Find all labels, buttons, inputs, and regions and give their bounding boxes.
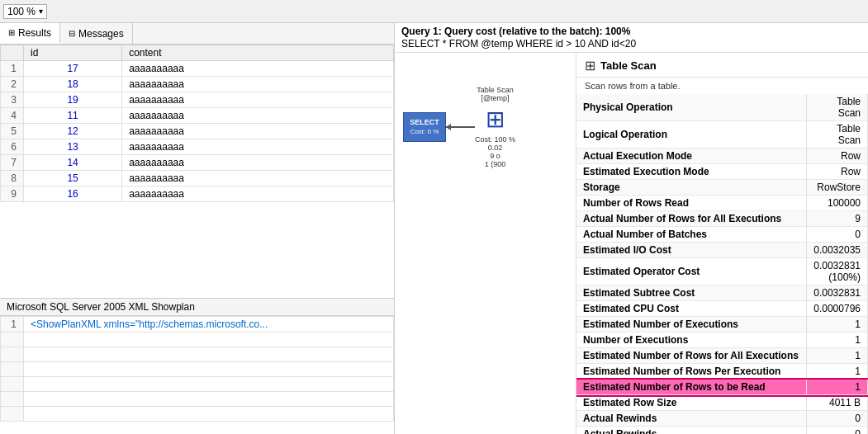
- xml-empty-row-4: [1, 377, 394, 392]
- prop-value: 0.0032831: [807, 285, 868, 301]
- row-number: 3: [1, 92, 24, 108]
- prop-label: Actual Rewinds: [576, 427, 807, 435]
- property-row: Estimated CPU Cost 0.0000796: [576, 301, 868, 317]
- connector-line: [446, 126, 475, 128]
- id-cell: 13: [24, 139, 122, 155]
- prop-label: Estimated Execution Mode: [576, 164, 807, 180]
- table-cost-pct: Cost: 100 %: [475, 135, 515, 144]
- top-bar: 100 % ▾: [0, 0, 868, 23]
- row-number: 8: [1, 171, 24, 186]
- id-cell: 15: [24, 171, 122, 186]
- table-scan-top-label: Table Scan [@temp]: [477, 86, 514, 102]
- table-icon: ⊞: [486, 106, 505, 133]
- property-row: Actual Rewinds 0: [576, 427, 868, 435]
- table-row: 7 14 aaaaaaaaaa: [1, 155, 394, 171]
- content-cell: aaaaaaaaaa: [122, 124, 394, 139]
- table-scan-plan-node[interactable]: Table Scan [@temp] ⊞ Cost: 100 % 0.02 9 …: [475, 86, 515, 168]
- table-row: 4 11 aaaaaaaaaa: [1, 108, 394, 124]
- prop-label: Storage: [576, 180, 807, 196]
- property-row: Estimated I/O Cost 0.0032035: [576, 243, 868, 258]
- table-row: 1 17 aaaaaaaaaa: [1, 61, 394, 77]
- prop-label: Estimated CPU Cost: [576, 301, 807, 317]
- content-column-header: content: [122, 45, 394, 61]
- content-cell: aaaaaaaaaa: [122, 139, 394, 155]
- plan-connector: [446, 126, 475, 128]
- prop-label: Number of Executions: [576, 333, 807, 348]
- prop-value: 0: [807, 427, 868, 435]
- prop-value: Row: [807, 164, 868, 180]
- prop-value: 1: [807, 317, 868, 333]
- zoom-control[interactable]: 100 % ▾: [3, 4, 47, 19]
- query-cost-label: Query 1: Query cost (relative to the bat…: [401, 26, 861, 37]
- prop-value: Table Scan: [807, 121, 868, 149]
- prop-value: 1: [807, 333, 868, 348]
- row-number: 1: [1, 61, 24, 77]
- row-number: 9: [1, 186, 24, 202]
- tab-messages[interactable]: ⊟ Messages: [60, 23, 133, 44]
- tab-results-label: Results: [18, 27, 51, 39]
- xml-empty-row-1: [1, 333, 394, 347]
- id-cell: 16: [24, 186, 122, 202]
- table-row: 9 16 aaaaaaaaaa: [1, 186, 394, 202]
- xml-row-num: 1: [1, 317, 24, 333]
- tooltip-header: ⊞ Table Scan: [576, 53, 868, 78]
- table-row: 3 19 aaaaaaaaaa: [1, 92, 394, 108]
- prop-value: 0: [807, 227, 868, 243]
- property-row: Estimated Execution Mode Row: [576, 164, 868, 180]
- id-cell: 19: [24, 92, 122, 108]
- table-row: 8 15 aaaaaaaaaa: [1, 171, 394, 186]
- select-node-box[interactable]: SELECTCost: 0 %: [403, 112, 446, 142]
- table-scan-node-label: Table Scan: [477, 86, 514, 94]
- prop-label: Number of Rows Read: [576, 196, 807, 211]
- content-cell: aaaaaaaaaa: [122, 77, 394, 92]
- table-scan-cost-label: Cost: 100 % 0.02 9 o 1 (900: [475, 135, 515, 168]
- prop-value: 0.0032035: [807, 243, 868, 258]
- content-cell: aaaaaaaaaa: [122, 61, 394, 77]
- tab-results[interactable]: ⊞ Results: [0, 23, 60, 44]
- table-row: 5 12 aaaaaaaaaa: [1, 124, 394, 139]
- results-table: id content 1 17 aaaaaaaaaa 2 18 aaaaaaaa…: [0, 45, 394, 202]
- prop-value: Row: [807, 149, 868, 164]
- property-row: Actual Rewinds 0: [576, 411, 868, 427]
- table-cost-rows: 9 o: [490, 152, 500, 160]
- zoom-value: 100 %: [7, 6, 36, 17]
- prop-label: Estimated I/O Cost: [576, 243, 807, 258]
- prop-label: Physical Operation: [576, 94, 807, 121]
- xml-header: Microsoft SQL Server 2005 XML Showplan: [0, 299, 394, 316]
- properties-table: Physical Operation Table Scan Logical Op…: [576, 94, 868, 434]
- prop-label: Logical Operation: [576, 121, 807, 149]
- xml-empty-row-5: [1, 392, 394, 407]
- prop-value: 100000: [807, 196, 868, 211]
- content-cell: aaaaaaaaaa: [122, 186, 394, 202]
- tooltip-title: Table Scan: [600, 59, 657, 72]
- zoom-dropdown-icon[interactable]: ▾: [39, 7, 43, 16]
- select-plan-node[interactable]: SELECTCost: 0 %: [403, 112, 446, 142]
- prop-label: Actual Execution Mode: [576, 149, 807, 164]
- prop-value: 9: [807, 211, 868, 227]
- property-row: Estimated Row Size 4011 B: [576, 395, 868, 411]
- query-info: Query 1: Query cost (relative to the bat…: [395, 23, 868, 53]
- xml-section: Microsoft SQL Server 2005 XML Showplan 1…: [0, 298, 394, 434]
- results-tab-icon: ⊞: [8, 28, 15, 37]
- tooltip-table-icon: ⊞: [585, 58, 595, 73]
- row-number: 6: [1, 139, 24, 155]
- properties-panel: ⊞ Table Scan Scan rows from a table. Phy…: [576, 53, 868, 434]
- xml-link[interactable]: <ShowPlanXML xmlns="http://schemas.micro…: [31, 318, 268, 330]
- xml-table: 1 <ShowPlanXML xmlns="http://schemas.mic…: [0, 316, 394, 422]
- row-number: 2: [1, 77, 24, 92]
- prop-label: Estimated Number of Rows to be Read: [576, 380, 807, 395]
- xml-row: 1 <ShowPlanXML xmlns="http://schemas.mic…: [1, 317, 394, 333]
- prop-value: 4011 B: [807, 395, 868, 411]
- id-cell: 11: [24, 108, 122, 124]
- property-row: Actual Number of Batches 0: [576, 227, 868, 243]
- prop-label: Estimated Operator Cost: [576, 258, 807, 285]
- plan-connection: SELECTCost: 0 % Table Scan [@temp]: [403, 86, 515, 168]
- tab-messages-label: Messages: [78, 28, 124, 40]
- property-row: Logical Operation Table Scan: [576, 121, 868, 149]
- prop-label: Actual Number of Batches: [576, 227, 807, 243]
- prop-value: 0.0032831 (100%): [807, 258, 868, 285]
- property-row: Physical Operation Table Scan: [576, 94, 868, 121]
- row-number: 5: [1, 124, 24, 139]
- prop-label: Estimated Number of Rows Per Execution: [576, 364, 807, 380]
- plan-diagram: SELECTCost: 0 % Table Scan [@temp]: [395, 53, 576, 434]
